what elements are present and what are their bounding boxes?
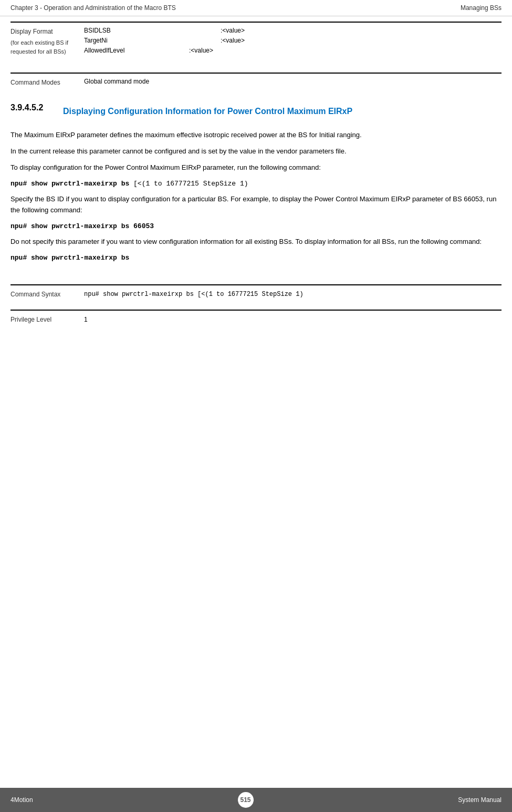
section-title: Displaying Configuration Information for… <box>63 106 352 117</box>
field-targetni: TargetNi <box>84 37 189 44</box>
command-modes-value: Global command mode <box>84 78 501 87</box>
command-syntax-section: Command Syntax npu# show pwrctrl-maxeirx… <box>11 284 501 299</box>
command-1-text: npu# show pwrctrl-maxeirxp bs <box>11 180 129 188</box>
paragraph-2: In the current release this parameter ca… <box>11 146 501 157</box>
page-content: Display Format (for each existing BS if … <box>0 16 512 377</box>
display-format-label: Display Format (for each existing BS if … <box>11 27 84 57</box>
command-2: npu# show pwrctrl-maxeirxp bs 66053 <box>11 221 501 232</box>
paragraph-1: The Maximum EIRxP parameter defines the … <box>11 130 501 141</box>
header-left: Chapter 3 - Operation and Administration… <box>11 4 176 12</box>
field-bsidlsb: BSIDLSB <box>84 27 189 34</box>
command-syntax-text: npu# show pwrctrl-maxeirxp bs <box>84 291 194 298</box>
page-number: 515 <box>238 792 254 808</box>
paragraph-4: Specify the BS ID if you want to display… <box>11 194 501 216</box>
display-format-content: BSIDLSB :<value> TargetNi :<value> Allow… <box>84 27 501 57</box>
value-targetni: :<value> <box>221 37 245 44</box>
page-header: Chapter 3 - Operation and Administration… <box>0 0 512 16</box>
value-bsidlsb: :<value> <box>221 27 245 34</box>
command-syntax-value: npu# show pwrctrl-maxeirxp bs [<(1 to 16… <box>84 290 501 299</box>
section-header: 3.9.4.5.2 Displaying Configuration Infor… <box>11 103 501 124</box>
footer-right: System Manual <box>458 796 501 804</box>
command-3-text: npu# show pwrctrl-maxeirxp bs <box>11 254 129 262</box>
paragraph-5: Do not specify this parameter if you wan… <box>11 237 501 248</box>
privilege-level-label: Privilege Level <box>11 315 84 324</box>
footer-left: 4Motion <box>11 796 33 804</box>
display-format-row-allowediflevel: AllowedIfLevel :<value> <box>84 47 501 54</box>
command-syntax-label: Command Syntax <box>11 290 84 299</box>
display-format-row-bsidlsb: BSIDLSB :<value> <box>84 27 501 34</box>
display-format-row-targetni: TargetNi :<value> <box>84 37 501 44</box>
command-1: npu# show pwrctrl-maxeirxp bs [<(1 to 16… <box>11 179 501 189</box>
value-allowediflevel: :<value> <box>189 47 213 54</box>
command-2-text: npu# show pwrctrl-maxeirxp bs 66053 <box>11 222 154 230</box>
paragraph-3: To display configuration for the Power C… <box>11 162 501 173</box>
command-1-suffix: [<(1 to 16777215 StepSize 1) <box>129 180 248 188</box>
field-allowediflevel: AllowedIfLevel <box>84 47 189 54</box>
privilege-level-value: 1 <box>84 315 501 324</box>
header-right: Managing BSs <box>461 4 501 12</box>
page-footer: 4Motion 515 System Manual <box>0 788 512 812</box>
command-syntax-suffix: [<(1 to 16777215 StepSize 1) <box>194 291 304 298</box>
command-3: npu# show pwrctrl-maxeirxp bs <box>11 253 501 263</box>
display-format-section: Display Format (for each existing BS if … <box>11 22 501 57</box>
command-modes-section: Command Modes Global command mode <box>11 73 501 87</box>
command-modes-label: Command Modes <box>11 78 84 87</box>
section-number: 3.9.4.5.2 <box>11 103 53 112</box>
privilege-level-section: Privilege Level 1 <box>11 310 501 324</box>
